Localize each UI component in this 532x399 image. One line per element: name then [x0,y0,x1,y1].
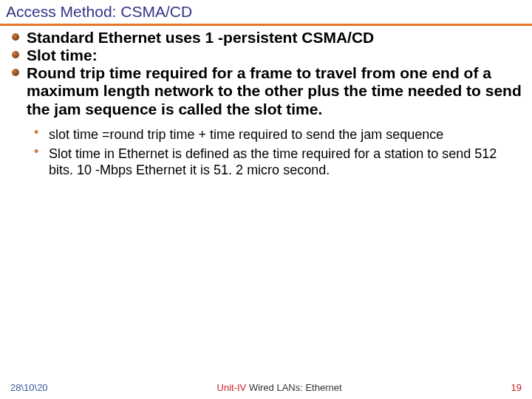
footer-center: Unit-IV Wired LANs: Ethernet [217,382,342,393]
slide-title-bar: Access Method: CSMA/CD [0,0,532,26]
slide-footer: 28\10\20 Unit-IV Wired LANs: Ethernet 19 [0,382,532,393]
slide-content: Standard Ethernet uses 1 -persistent CSM… [0,26,532,179]
sub-bullet-list: slot time =round trip time + time requir… [9,127,523,179]
subbullet-item: slot time =round trip time + time requir… [49,127,523,143]
bullet-item: Round trip time required for a frame to … [27,64,523,117]
footer-unit: Unit-IV [217,382,247,393]
footer-date: 28\10\20 [10,382,48,393]
subbullet-item: Slot time in Ethernet is defined as the … [49,146,523,179]
slide-title: Access Method: CSMA/CD [6,3,526,21]
footer-page-number: 19 [511,382,522,393]
bullet-item: Standard Ethernet uses 1 -persistent CSM… [27,29,523,47]
main-bullet-list: Standard Ethernet uses 1 -persistent CSM… [9,29,523,118]
footer-topic: Wired LANs: Ethernet [246,382,341,393]
bullet-item: Slot time: [27,47,523,64]
